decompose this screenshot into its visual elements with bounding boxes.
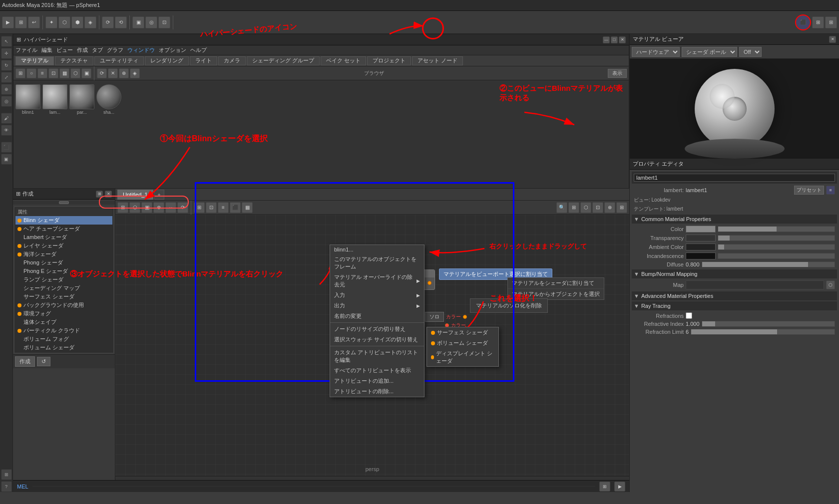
- transparency-slider[interactable]: [718, 235, 835, 241]
- ne-tool-13[interactable]: ⊡: [592, 202, 603, 213]
- toolbar-btn-10[interactable]: ▣: [132, 16, 144, 28]
- hypershade-maximize[interactable]: □: [611, 36, 618, 43]
- tab-materials[interactable]: マテリアル: [15, 56, 54, 65]
- toolbar-btn-6[interactable]: ⬢: [71, 16, 83, 28]
- blinn1-port-out[interactable]: [427, 281, 431, 285]
- show-button[interactable]: 表示: [608, 69, 627, 78]
- preset-button[interactable]: プリセット: [794, 186, 824, 195]
- ambient-swatch[interactable]: [686, 244, 716, 251]
- hs-menu-help[interactable]: ヘルプ: [190, 46, 207, 54]
- ne-tool-6[interactable]: ⟳: [177, 202, 188, 213]
- material-thumb-blinn1[interactable]: blinn1: [15, 84, 40, 115]
- tool-paint[interactable]: 🖌: [1, 113, 12, 124]
- hypershade-minimize[interactable]: —: [603, 36, 610, 43]
- sub-displacement[interactable]: ディスプレイメント シェーダ: [427, 348, 498, 366]
- hs-menu-edit[interactable]: 編集: [41, 46, 52, 54]
- hs-tool-6[interactable]: ⬡: [70, 68, 80, 78]
- ctx-swatch-size[interactable]: 選択スウォッチ サイズの切り替え: [330, 334, 424, 345]
- solo-button[interactable]: ソロ: [425, 312, 444, 322]
- create-button[interactable]: 作成: [15, 356, 35, 367]
- ctx-frame-objects[interactable]: このマテリアルのオブジェクトをフレーム: [330, 254, 424, 272]
- attr-item-9[interactable]: サーフェス シェーダ: [15, 292, 112, 301]
- tool-move[interactable]: ✛: [1, 48, 12, 59]
- ne-tool-9[interactable]: ≡: [218, 202, 229, 213]
- ne-tool-4[interactable]: ⊕: [153, 202, 164, 213]
- preset-icon[interactable]: ≡: [826, 186, 835, 195]
- creation-panel-close[interactable]: ✕: [105, 191, 112, 198]
- toolbar-btn-4[interactable]: ✦: [45, 16, 57, 28]
- refraction-limit-slider[interactable]: [691, 329, 835, 335]
- ne-tab-untitled[interactable]: Untitled_1: [117, 190, 153, 200]
- tab-camera[interactable]: カメラ: [218, 56, 246, 65]
- hs-tool-11[interactable]: ◈: [130, 68, 140, 78]
- common-mat-section[interactable]: ▼ Common Material Properties: [632, 215, 837, 224]
- toolbar-btn-2[interactable]: ⊞: [15, 16, 27, 28]
- material-thumb-lambert[interactable]: lam...: [42, 84, 67, 115]
- refractions-checkbox[interactable]: [686, 312, 692, 319]
- attr-item-15[interactable]: ボリューム シェーダ: [15, 343, 112, 352]
- material-thumb-particle[interactable]: par...: [69, 84, 94, 115]
- attr-item-2[interactable]: Lambert シェーダ: [15, 233, 112, 242]
- attr-item-0[interactable]: Blinn シェーダ: [15, 216, 112, 225]
- incandescence-slider[interactable]: [718, 253, 835, 259]
- hs-menu-create[interactable]: 作成: [77, 46, 88, 54]
- toolbar-btn-15[interactable]: ⊞: [825, 16, 837, 28]
- toolbar-btn-9[interactable]: ⟲: [115, 16, 127, 28]
- tab-rendering[interactable]: レンダリング: [145, 56, 189, 65]
- hs-tool-5[interactable]: ▦: [59, 68, 69, 78]
- tab-utilities[interactable]: ユーティリティ: [94, 56, 144, 65]
- color-port[interactable]: [463, 315, 467, 319]
- ne-tool-10[interactable]: ⬛: [230, 202, 241, 213]
- attr-item-11[interactable]: 環境フォグ: [15, 309, 112, 318]
- map-field[interactable]: [686, 280, 824, 289]
- ctx-del-attr[interactable]: アトリビュートの削除...: [330, 386, 424, 397]
- toolbar-btn-5[interactable]: ⬡: [58, 16, 70, 28]
- ctx-rename[interactable]: 名前の変更: [330, 311, 424, 321]
- hs-menu-view[interactable]: ビュー: [56, 46, 73, 54]
- attr-item-3[interactable]: レイヤ シェーダ: [15, 242, 112, 250]
- ne-tool-15[interactable]: ⊞: [616, 202, 627, 213]
- hs-menu-file[interactable]: ファイル: [15, 46, 37, 54]
- bump-section[interactable]: ▼ Bump/Normal Mapping: [632, 269, 837, 278]
- ne-tool-14[interactable]: ⊕: [604, 202, 615, 213]
- hs-tool-2[interactable]: ○: [26, 68, 36, 78]
- ne-tool-12[interactable]: ⬡: [580, 202, 591, 213]
- tab-lights[interactable]: ライト: [190, 56, 217, 65]
- hardware-select[interactable]: ハードウェア: [632, 47, 680, 57]
- shader-ball-select[interactable]: シェーダ ボール: [682, 47, 737, 57]
- status-btn-2[interactable]: ▶: [614, 482, 625, 492]
- tool-help[interactable]: ?: [1, 481, 12, 492]
- map-browse[interactable]: ⬡: [826, 280, 835, 289]
- sub-surface[interactable]: サーフェス シェーダ: [427, 327, 498, 338]
- ne-tool-1[interactable]: ⊞: [117, 202, 128, 213]
- hs-tool-10[interactable]: ⊕: [119, 68, 129, 78]
- attr-item-1[interactable]: ヘア チューブシェーダ: [15, 225, 112, 233]
- hs-tool-9[interactable]: ✕: [108, 68, 118, 78]
- ray-tracing-section[interactable]: ▼ Ray Tracing: [632, 301, 837, 310]
- select-objects[interactable]: マテリアルからオブジェクトを選択: [508, 289, 604, 299]
- hs-tool-7[interactable]: ▣: [81, 68, 91, 78]
- ne-tool-8[interactable]: ⊡: [206, 202, 217, 213]
- render-button[interactable]: ⬛: [795, 14, 811, 30]
- incandescence-swatch[interactable]: [686, 252, 716, 259]
- hs-tool-4[interactable]: ⊡: [48, 68, 58, 78]
- hs-menu-options[interactable]: オプション: [159, 46, 186, 54]
- material-thumb-shader[interactable]: sha...: [96, 84, 121, 115]
- off-select[interactable]: Off: [739, 47, 762, 57]
- tool-show[interactable]: 👁: [1, 125, 12, 136]
- toolbar-btn-3[interactable]: ↩: [28, 16, 40, 28]
- toolbar-btn-12[interactable]: ⊡: [158, 16, 170, 28]
- attr-item-5[interactable]: Phong シェーダ: [15, 258, 112, 267]
- attr-item-4[interactable]: 海洋シェーダ: [15, 250, 112, 258]
- ne-tool-5[interactable]: ↔: [165, 202, 176, 213]
- toolbar-btn-14[interactable]: ⊞: [812, 16, 824, 28]
- tool-select[interactable]: ↖: [1, 36, 12, 47]
- color-slider[interactable]: [718, 226, 835, 232]
- reset-button[interactable]: ↺: [37, 357, 50, 366]
- isolate-solo[interactable]: マテリアルのソロ化を削除: [472, 300, 546, 311]
- hypershade-close[interactable]: ✕: [619, 36, 626, 43]
- ctx-output[interactable]: 出力: [330, 300, 424, 311]
- mv-close[interactable]: ✕: [829, 36, 836, 43]
- hs-menu-graph[interactable]: グラフ: [107, 46, 123, 54]
- toolbar-btn-1[interactable]: ▶: [2, 16, 14, 28]
